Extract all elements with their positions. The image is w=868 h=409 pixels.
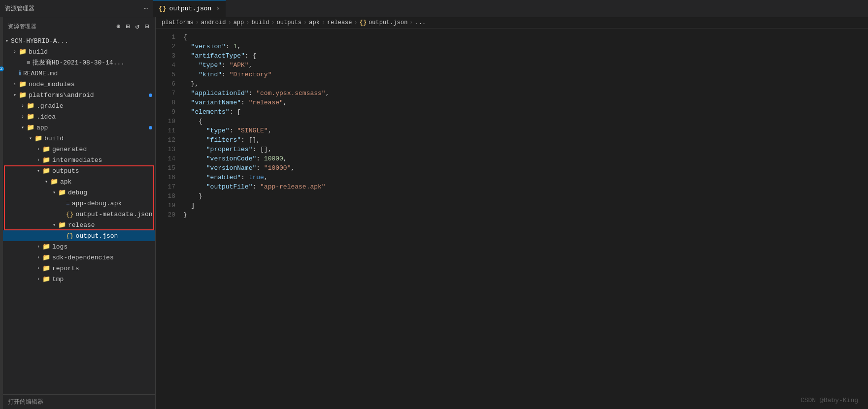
app-label: app — [36, 124, 149, 131]
tree-item-gradle[interactable]: › 📁 .gradle — [3, 100, 155, 111]
tree-item-pifashang[interactable]: ≡ 批发商HD-2021-08-30-14... — [3, 57, 155, 68]
code-line-12: "filters": [], — [183, 135, 868, 145]
breadcrumb-app[interactable]: app — [234, 19, 244, 26]
breadcrumb-platforms[interactable]: platforms — [162, 19, 194, 26]
tree-item-debug[interactable]: ▾ 📁 debug — [3, 187, 155, 198]
new-folder-icon[interactable]: ⊞ — [125, 21, 131, 31]
output-json-icon: {} — [66, 232, 74, 240]
tree-item-readme[interactable]: ℹ README.md — [3, 68, 155, 79]
ln-3: 3 — [164, 51, 175, 61]
platforms-android-label: platforms\android — [29, 92, 149, 99]
tree-item-reports[interactable]: › 📁 reports — [3, 263, 155, 274]
breadcrumb-release[interactable]: release — [327, 19, 352, 26]
tree-root[interactable]: ▾ SCM-HYBRID-A... — [3, 35, 155, 46]
tree-item-apk[interactable]: ▾ 📁 apk — [3, 176, 155, 187]
breadcrumb-ellipsis[interactable]: ... — [415, 19, 426, 26]
tree-item-idea[interactable]: › 📁 .idea — [3, 111, 155, 122]
breadcrumb-android[interactable]: android — [201, 19, 226, 26]
tree-item-tmp[interactable]: › 📁 tmp — [3, 274, 155, 284]
readme-icon: ℹ — [19, 69, 21, 77]
tab-bar: {} output.json × — [153, 0, 868, 17]
ln-14: 14 — [164, 154, 175, 163]
more-icon[interactable]: ⋯ — [144, 5, 148, 12]
outputs-arrow: ▾ — [34, 168, 42, 174]
reports-icon: 📁 — [42, 264, 50, 272]
tab-file-icon: {} — [159, 5, 167, 12]
editor-area: platforms › android › app › build › outp… — [156, 17, 868, 409]
breadcrumb-output-json[interactable]: output.json — [368, 19, 407, 26]
code-line-6: }, — [183, 79, 868, 89]
tree-item-output-json[interactable]: {} output.json — [3, 230, 155, 241]
breadcrumb-file-icon: {} — [360, 19, 367, 26]
sdk-label: sdk-dependencies — [52, 254, 155, 261]
apk-icon: 📁 — [50, 178, 58, 186]
code-content: { "version": 1, "artifactType": { "type"… — [180, 32, 868, 405]
ln-19: 19 — [164, 201, 175, 210]
node-modules-arrow: › — [11, 82, 19, 87]
sep1: › — [196, 19, 199, 26]
tree-item-outputs[interactable]: ▾ 📁 outputs — [3, 165, 155, 176]
new-file-icon[interactable]: ⊕ — [115, 21, 122, 31]
ln-9: 9 — [164, 107, 175, 117]
idea-arrow: › — [19, 114, 27, 120]
tree-item-build[interactable]: › 📁 build — [3, 46, 155, 57]
tree-item-node-modules[interactable]: › 📁 node_modules — [3, 79, 155, 90]
tree-item-release[interactable]: ▾ 📁 release — [3, 220, 155, 230]
tree-item-app-debug-apk[interactable]: ≡ app-debug.apk — [3, 198, 155, 209]
ln-6: 6 — [164, 79, 175, 89]
app-dot — [149, 126, 152, 129]
gradle-label: .gradle — [36, 102, 155, 110]
tmp-label: tmp — [52, 276, 155, 283]
sidebar: 资源管理器 ⊕ ⊞ ↺ ⊟ ▾ SCM-HYBRID-A... › 📁 buil… — [3, 17, 156, 409]
sdk-arrow: › — [34, 255, 42, 260]
generated-label: generated — [52, 146, 155, 153]
code-line-11: "type": "SINGLE", — [183, 126, 868, 135]
ln-4: 4 — [164, 61, 175, 70]
debug-icon: 📁 — [58, 189, 66, 196]
tab-output-json[interactable]: {} output.json × — [153, 0, 226, 17]
collapse-icon[interactable]: ⊟ — [144, 21, 150, 31]
red-box-section: ▾ 📁 outputs ▾ 📁 apk — [3, 165, 155, 241]
idea-icon: 📁 — [27, 113, 34, 121]
build2-label: build — [44, 135, 155, 142]
code-line-10: { — [183, 117, 868, 126]
ln-15: 15 — [164, 163, 175, 173]
tree-item-logs[interactable]: › 📁 logs — [3, 241, 155, 252]
root-label: SCM-HYBRID-A... — [11, 37, 155, 45]
code-line-7: "applicationId": "com.ypsx.scmsass", — [183, 89, 868, 98]
gradle-icon: 📁 — [27, 102, 34, 110]
reports-label: reports — [52, 265, 155, 272]
line-numbers: 1 2 3 4 5 6 7 8 9 10 11 12 13 14 15 16 1… — [156, 32, 180, 405]
app-debug-apk-label: app-debug.apk — [72, 200, 155, 207]
generated-arrow: › — [34, 147, 42, 152]
platforms-arrow: ▾ — [11, 92, 19, 98]
idea-label: .idea — [36, 113, 155, 121]
ln-16: 16 — [164, 173, 175, 182]
tree-item-build2[interactable]: ▾ 📁 build — [3, 133, 155, 144]
refresh-icon[interactable]: ↺ — [134, 21, 141, 31]
ln-11: 11 — [164, 126, 175, 135]
main-area: 2 资源管理器 ⊕ ⊞ ↺ ⊟ ▾ SCM-HYBRID-A... › 📁 — [0, 17, 868, 409]
sdk-icon: 📁 — [42, 253, 50, 261]
ln-12: 12 — [164, 135, 175, 145]
ln-17: 17 — [164, 182, 175, 191]
breadcrumb-build[interactable]: build — [251, 19, 269, 26]
tab-close-button[interactable]: × — [216, 6, 220, 12]
code-editor[interactable]: 1 2 3 4 5 6 7 8 9 10 11 12 13 14 15 16 1… — [156, 29, 868, 409]
open-editors-label: 打开的编辑器 — [8, 399, 43, 406]
watermark: CSDN @Baby-King — [801, 397, 858, 404]
breadcrumb-apk[interactable]: apk — [309, 19, 320, 26]
breadcrumb-outputs[interactable]: outputs — [277, 19, 301, 26]
tree-item-output-metadata[interactable]: {} output-metadata.json — [3, 209, 155, 220]
tree-item-intermediates[interactable]: › 📁 intermediates — [3, 155, 155, 165]
tree-item-generated[interactable]: › 📁 generated — [3, 144, 155, 155]
sep8: › — [409, 19, 413, 26]
release-label: release — [68, 221, 155, 229]
intermediates-label: intermediates — [52, 157, 155, 164]
tree-item-sdk-dependencies[interactable]: › 📁 sdk-dependencies — [3, 252, 155, 263]
tree-item-app[interactable]: ▾ 📁 app — [3, 122, 155, 133]
code-line-2: "version": 1, — [183, 42, 868, 51]
code-line-14: "versionCode": 10000, — [183, 154, 868, 163]
tree-item-platforms-android[interactable]: ▾ 📁 platforms\android — [3, 90, 155, 100]
logs-label: logs — [52, 243, 155, 251]
